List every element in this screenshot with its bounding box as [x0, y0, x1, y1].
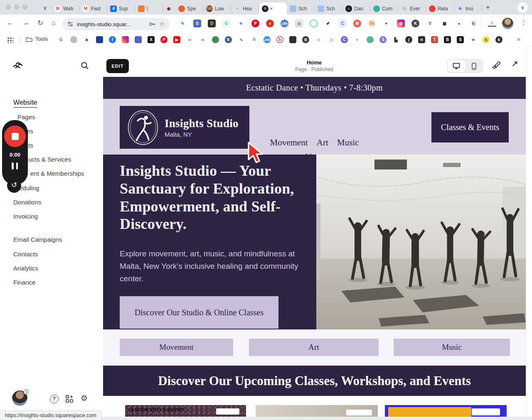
tab-clock-ever[interactable]: ① Ever — [398, 2, 426, 15]
tab-insights-active[interactable]: × — [259, 2, 287, 15]
tab-sheet-sch-1[interactable]: Sch — [287, 2, 315, 15]
restart-recording-button[interactable]: ↺ — [7, 179, 21, 193]
site-info-icon[interactable] — [67, 22, 73, 27]
bm-star[interactable]: ★ — [470, 36, 477, 43]
bm-c-purple[interactable]: C — [341, 36, 348, 43]
ext-dark-doc[interactable]: D — [208, 20, 216, 27]
sidebar-item-website[interactable]: Website — [13, 99, 37, 108]
bm-youtube[interactable]: ▶ — [173, 36, 180, 43]
bm-blue-app[interactable] — [135, 36, 142, 43]
bm-facebook[interactable]: f — [109, 36, 116, 43]
ext-m-orange[interactable]: M — [353, 20, 361, 27]
zoom-window-button[interactable] — [22, 5, 27, 10]
tab-overflow-button[interactable]: ∨ — [517, 2, 528, 13]
tab-red-rela[interactable]: Rela — [426, 2, 454, 15]
ext-grid[interactable]: ▦ — [441, 20, 448, 27]
download-icon[interactable]: ↓ — [488, 18, 496, 27]
bm-k-dark[interactable]: k — [495, 36, 502, 43]
event-card[interactable] — [256, 405, 378, 417]
bm-b-square[interactable]: B — [444, 36, 451, 43]
tab-burst-insi[interactable]: ✳ Insi — [454, 2, 482, 15]
bm-diamond[interactable]: ◇ — [328, 36, 335, 43]
site-logo-block[interactable]: Insights Studio Malta, NY — [120, 106, 249, 149]
bm-leaf[interactable] — [367, 36, 374, 43]
bm-meta-1[interactable]: ∞ — [186, 36, 193, 43]
new-tab-button[interactable]: + — [483, 2, 493, 12]
profile-avatar[interactable] — [502, 18, 513, 29]
ext-k-dark[interactable]: K — [411, 20, 419, 27]
sidebar-item-partial-2[interactable]: ts — [28, 142, 33, 149]
bm-k-blue[interactable]: K — [225, 36, 232, 43]
ext-teal-ring[interactable] — [310, 20, 318, 27]
apps-grid-icon[interactable] — [7, 37, 13, 43]
back-button[interactable]: ← — [7, 19, 14, 27]
bm-gear[interactable]: ⚙ — [302, 36, 309, 43]
account-avatar[interactable]: ◎ — [12, 391, 27, 406]
bm-x[interactable]: X — [148, 36, 155, 43]
sidebar-item-finance[interactable]: Finance — [13, 279, 35, 286]
bm-meta-2[interactable]: ∞ — [199, 36, 206, 43]
desktop-view-button[interactable] — [448, 60, 465, 72]
sidebar-item-products-services[interactable]: ucts & Services — [28, 156, 71, 163]
sidebar-item-memberships[interactable]: ent & Memberships — [30, 170, 84, 177]
bm-pinterest[interactable]: P — [160, 36, 167, 43]
tab-gmail-web[interactable]: M Web — [52, 2, 79, 15]
bookmarks-overflow-icon[interactable]: » — [517, 35, 520, 42]
url-text[interactable]: insights-studio.squar... — [77, 21, 146, 27]
sidebar-item-scheduling[interactable]: eduling — [19, 184, 39, 192]
tools-folder-bookmark[interactable]: Tools — [26, 36, 48, 42]
bm-text[interactable]: ıa — [315, 36, 322, 43]
ext-blue-app[interactable]: S — [193, 20, 201, 27]
bm-s-curve[interactable]: ∫ — [405, 36, 412, 43]
ext-sphere[interactable]: ● — [455, 20, 463, 27]
bm-t-red[interactable]: T — [431, 36, 438, 43]
event-card[interactable] — [385, 405, 507, 417]
bm-zoom[interactable]: zm — [264, 36, 271, 43]
bm-b-ring[interactable]: b — [276, 36, 283, 43]
ext-clipboard[interactable]: ⎗ — [470, 20, 478, 27]
minimize-window-button[interactable] — [14, 5, 19, 10]
ext-ts-tan[interactable]: 7s — [368, 20, 376, 27]
close-window-button[interactable] — [6, 5, 11, 10]
address-bar[interactable]: insights-studio.squar... ☆ — [62, 18, 170, 30]
password-key-icon[interactable] — [149, 22, 156, 26]
bm-camera[interactable] — [289, 36, 296, 43]
bm-doc-blue[interactable] — [96, 36, 103, 43]
sidebar-item-analytics[interactable]: Analytics — [13, 265, 38, 272]
open-site-arrow-icon[interactable]: ↗ — [511, 59, 518, 69]
nav-link-art[interactable]: Art — [317, 138, 328, 147]
search-icon[interactable] — [81, 61, 89, 70]
edit-button[interactable]: EDIT — [106, 59, 129, 73]
site-styles-brush-icon[interactable] — [491, 61, 501, 71]
bm-green-badge[interactable] — [212, 36, 219, 43]
tab-chat-spe[interactable]: Spe — [175, 2, 203, 15]
classes-events-button[interactable]: Classes & Events — [431, 112, 509, 142]
ext-pinterest[interactable]: P — [251, 20, 259, 27]
bm-amazon[interactable]: a — [83, 36, 90, 43]
bm-squarespace[interactable]: ∿ — [238, 36, 245, 43]
event-card[interactable]: 12 NOON EDT / 9 AM PDT — [125, 405, 246, 417]
reload-button[interactable]: ↻ — [37, 19, 43, 27]
bookmark-star-icon[interactable]: ☆ — [159, 20, 165, 28]
more-menu-icon[interactable]: ⋮ — [520, 18, 527, 26]
ext-zoom[interactable]: zm — [281, 20, 288, 27]
ext-image[interactable]: ▨ — [295, 20, 303, 27]
ext-eyedropper[interactable]: ✐ — [324, 20, 332, 27]
tab-sheet-sch-2[interactable]: Sch — [315, 2, 342, 15]
tab-close-icon[interactable]: × — [270, 5, 273, 12]
sidebar-item-donations[interactable]: Donations — [13, 199, 42, 206]
ext-pen[interactable]: ✎ — [179, 20, 187, 27]
music-button[interactable]: Music — [394, 339, 510, 356]
squarespace-logo-icon[interactable] — [12, 61, 23, 71]
bm-instagram[interactable] — [122, 36, 129, 43]
ext-instagram[interactable]: ◎ — [397, 20, 405, 27]
bm-google[interactable]: G — [57, 36, 64, 43]
forward-button[interactable]: → — [22, 19, 30, 27]
home-button[interactable]: ⌂ — [52, 19, 56, 27]
bm-apple[interactable] — [70, 36, 77, 43]
help-button[interactable]: ? — [50, 395, 59, 403]
tab-dark-dan[interactable]: Dan — [342, 2, 370, 15]
discover-classes-button[interactable]: Discover Our Studio & Online Classes — [120, 296, 278, 329]
announcement-bar[interactable]: Ecstatic Dance • Thursdays • 7-8:30pm — [103, 77, 526, 99]
bm-s-yellow[interactable]: s — [483, 36, 490, 43]
